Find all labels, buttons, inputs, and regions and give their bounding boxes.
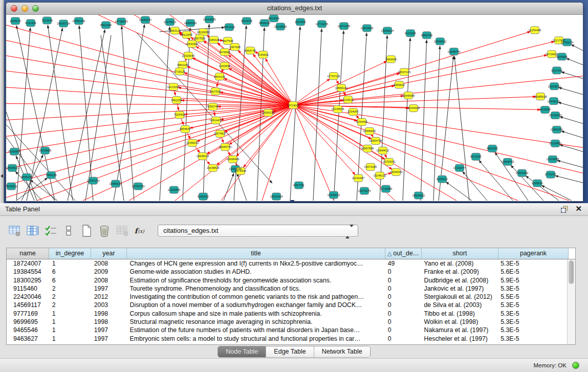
graph-edge — [6, 87, 293, 105]
table-cell: 0 — [385, 285, 421, 293]
graph-node-label: 9861106 — [177, 63, 188, 67]
graph-node-label: 18957986 — [361, 147, 374, 150]
column-header-title[interactable]: title — [127, 248, 385, 259]
network-graph-canvas[interactable]: 1872400724055729131306751304924055724208… — [6, 15, 583, 201]
graph-node-label: 9827508 — [194, 37, 205, 40]
graph-node-label: 16958167 — [110, 182, 122, 185]
citation-network-graph[interactable]: 1872400724055729131306751304924055724208… — [6, 15, 583, 201]
window-titlebar[interactable]: citations_edges.txt — [6, 3, 583, 15]
graph-node-label: 9154469 — [356, 120, 367, 123]
table-row[interactable]: 911546021997Tourette syndrome. Phenomeno… — [7, 285, 568, 293]
graph-node-label: 10996902 — [363, 129, 376, 133]
graph-node-label: 16648784 — [448, 50, 461, 53]
table-cell: Yano et al. (2008) — [421, 259, 498, 268]
graph-edge — [6, 71, 293, 105]
graph-node-label: 10719155 — [316, 23, 329, 26]
network-view-window: citations_edges.txt 18724007240557291313… — [6, 2, 583, 202]
graph-node-label: 2718126 — [174, 70, 185, 73]
table-row[interactable]: 977716911998Corpus callosum shape and si… — [7, 310, 568, 318]
tab-edge-table[interactable]: Edge Table — [266, 346, 314, 357]
graph-edge — [290, 27, 300, 201]
row-selector-icon[interactable] — [62, 224, 75, 237]
graph-edge — [559, 87, 583, 94]
graph-node-label: 18604621 — [6, 166, 18, 169]
panel-divider-grip[interactable] — [290, 200, 295, 203]
table-cell: 5.3E-5 — [497, 326, 568, 334]
column-header-name[interactable]: name — [7, 248, 49, 259]
graph-node-label: 8678334 — [235, 169, 246, 172]
table-row[interactable]: 946554611997Estimation of the future num… — [7, 326, 568, 334]
table-cell: Stergiakouli et al. (2012) — [421, 293, 498, 301]
graph-node-label: 6779707 — [545, 173, 556, 176]
table-cell: 6 — [49, 276, 91, 285]
table-row[interactable]: 1872400712008Changes of HCN gene express… — [7, 259, 568, 268]
graph-node-label: 10655257 — [139, 18, 152, 21]
table-type-tabs: Node TableEdge TableNetwork Table — [217, 346, 370, 358]
table-cell: 2008 — [91, 276, 127, 285]
table-row[interactable]: 946362711997Embryonic stem cells: a mode… — [7, 335, 568, 343]
graph-node-label: 2405572 — [10, 19, 21, 23]
table-cell: 0 — [385, 268, 421, 276]
close-panel-icon[interactable]: ✕ — [575, 204, 582, 213]
table-row[interactable]: 2242004622012Investigating the contribut… — [7, 293, 568, 301]
function-builder-icon[interactable]: f (x) — [134, 224, 147, 237]
table-cell: 1 — [49, 310, 91, 318]
table-row[interactable]: 969969511998Structural magnetic resonanc… — [7, 318, 568, 326]
table-cell: 0 — [385, 276, 421, 285]
graph-node-label: 16093224 — [381, 29, 394, 32]
graph-edge — [555, 176, 583, 183]
table-cell: 5.3E-5 — [497, 318, 568, 326]
column-header-in_degree[interactable]: in_degree — [49, 248, 91, 259]
table-cell: 2012 — [91, 293, 127, 301]
graph-edge — [446, 182, 472, 201]
graph-node-label: 12213349 — [167, 85, 180, 89]
graph-node-label: 2204067 — [347, 110, 359, 113]
graph-node-label: 8912955 — [181, 33, 192, 36]
graph-node-label: 16210643 — [549, 114, 562, 117]
table-row[interactable]: 1938455462009Genome-wide association stu… — [7, 268, 568, 276]
window-close-button[interactable] — [11, 5, 17, 12]
column-header-year[interactable]: year — [91, 248, 127, 259]
memory-status-label: Memory: OK — [533, 362, 567, 368]
table-cell: 9699695 — [7, 318, 49, 326]
table-mode-icon[interactable] — [8, 224, 21, 237]
memory-status-indicator[interactable] — [572, 362, 579, 369]
scrollbar-thumb[interactable] — [569, 260, 574, 284]
tab-node-table[interactable]: Node Table — [218, 346, 266, 357]
table-cell: Embryonic stem cells: a model to study s… — [127, 335, 385, 343]
graph-edge — [526, 176, 559, 201]
collapse-arrow-icon[interactable] — [1, 174, 3, 178]
table-cell: Changes of HCN gene expression and I(f) … — [127, 259, 385, 268]
window-minimize-button[interactable] — [21, 5, 28, 12]
delete-table-icon[interactable] — [116, 224, 129, 237]
graph-node-label: 9356746 — [207, 105, 219, 108]
graph-edge — [403, 38, 410, 201]
column-header-short[interactable]: short — [422, 248, 498, 259]
column-header-pagerank[interactable]: pagerank — [498, 248, 569, 259]
graph-node-label: 7905135 — [46, 173, 57, 177]
table-body: 1872400712008Changes of HCN gene express… — [7, 259, 568, 344]
float-panel-icon[interactable] — [560, 205, 569, 213]
graph-edge — [566, 58, 583, 65]
graph-node-label: 15985938 — [534, 95, 547, 98]
graph-node-label: 12210662 — [549, 142, 562, 145]
table-cell: 2 — [49, 301, 91, 309]
tab-network-table[interactable]: Network Table — [314, 346, 370, 357]
graph-edge — [561, 131, 583, 138]
column-header-out_de[interactable]: △out_de… — [385, 248, 422, 259]
window-zoom-button[interactable] — [32, 5, 39, 12]
table-cell: 5.3E-5 — [497, 259, 568, 268]
show-columns-icon[interactable] — [26, 224, 39, 237]
table-source-select[interactable]: citations_edges.txt — [158, 225, 358, 237]
delete-column-icon[interactable] — [98, 224, 111, 237]
new-column-icon[interactable] — [80, 224, 93, 237]
table-cell: Wolkin et al. (1998) — [421, 318, 498, 326]
column-checklist-icon[interactable] — [44, 224, 57, 237]
table-row[interactable]: 1830029562008Estimation of significance … — [7, 276, 568, 285]
table-scrollbar[interactable] — [567, 259, 575, 344]
graph-node-label: 16914479 — [210, 119, 223, 122]
table-cell: 1 — [49, 318, 91, 326]
graph-edge — [6, 104, 293, 105]
graph-node-label: 19218596 — [274, 25, 287, 28]
table-row[interactable]: 1456911722003Disruption of a novel membe… — [7, 301, 568, 309]
